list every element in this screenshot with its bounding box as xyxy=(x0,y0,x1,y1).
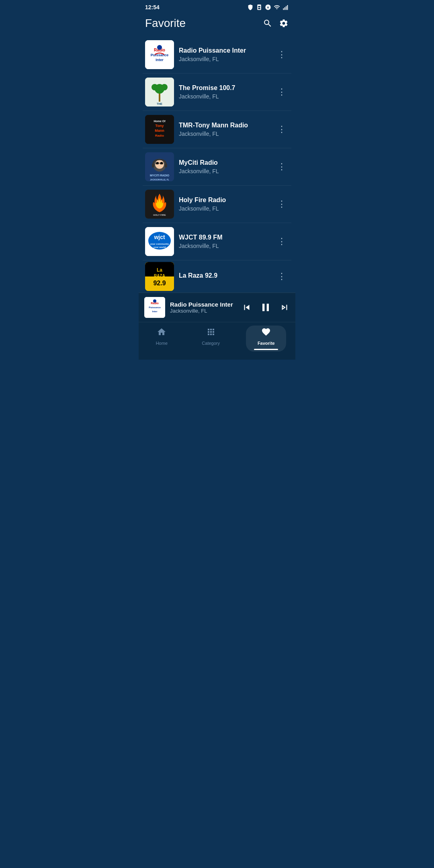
svg-text:92.9: 92.9 xyxy=(153,280,166,287)
radio-logo-laraza: La RAZA 92.9 xyxy=(145,262,174,291)
svg-rect-30 xyxy=(156,162,159,164)
svg-text:Tony: Tony xyxy=(156,124,164,128)
pause-button[interactable] xyxy=(259,301,272,314)
search-button[interactable] xyxy=(262,18,273,29)
svg-text:Inter: Inter xyxy=(152,310,158,313)
svg-rect-15 xyxy=(159,93,160,102)
now-playing-info: Radio Puissance Inter Jacksonville, FL xyxy=(170,301,237,314)
svg-text:wjct: wjct xyxy=(154,234,165,240)
svg-rect-1 xyxy=(258,6,260,7)
now-playing-logo: Radio Puissance Inter xyxy=(144,297,165,318)
nav-active-indicator xyxy=(254,349,278,350)
svg-text:MYCITI RADIO: MYCITI RADIO xyxy=(150,174,170,177)
search-icon xyxy=(263,18,272,28)
radio-info: Radio Puissance Inter Jacksonville, FL xyxy=(174,47,275,62)
more-options-button[interactable]: ⋮ xyxy=(275,235,289,248)
svg-point-13 xyxy=(157,45,162,50)
svg-text:Puissance: Puissance xyxy=(151,53,169,57)
radio-location: Jacksonville, FL xyxy=(179,131,270,137)
svg-rect-31 xyxy=(160,162,163,164)
radio-info: TMR-Tony Mann Radio Jacksonville, FL xyxy=(174,122,275,137)
radio-logo-promise: THE xyxy=(145,78,174,106)
now-playing-location: Jacksonville, FL xyxy=(170,308,237,314)
favorite-icon xyxy=(261,327,271,339)
now-playing-bar: Radio Puissance Inter Radio Puissance In… xyxy=(139,293,295,322)
radio-logo-tmr: Home Of Tony Mann Radio xyxy=(145,115,174,144)
settings-icon xyxy=(279,18,289,28)
svg-rect-2 xyxy=(258,8,260,9)
svg-text:A: A xyxy=(267,6,269,9)
svg-rect-5 xyxy=(283,8,284,10)
more-options-button[interactable]: ⋮ xyxy=(275,48,289,61)
radio-location: Jacksonville, FL xyxy=(179,243,270,249)
list-item[interactable]: HOLY FIRE Holy Fire Radio Jacksonville, … xyxy=(143,186,291,223)
radio-name: Holy Fire Radio xyxy=(179,197,270,204)
page-title: Favorite xyxy=(145,17,186,30)
svg-point-17 xyxy=(151,84,158,90)
nav-home[interactable]: Home xyxy=(148,326,176,352)
radio-info: WJCT 89.9 FM Jacksonville, FL xyxy=(174,234,275,249)
radio-name: La Raza 92.9 xyxy=(179,272,270,279)
radio-location: Jacksonville, FL xyxy=(179,93,270,100)
status-bar: 12:54 A xyxy=(139,0,295,13)
svg-text:Puissance: Puissance xyxy=(149,306,161,309)
wifi-icon xyxy=(274,4,280,10)
radio-location: Jacksonville, FL xyxy=(179,56,270,62)
radio-location: Jacksonville, FL xyxy=(179,205,270,212)
more-options-button[interactable]: ⋮ xyxy=(275,197,289,211)
nav-category[interactable]: Category xyxy=(194,326,228,352)
radio-info: The Promise 100.7 Jacksonville, FL xyxy=(174,84,275,100)
list-item[interactable]: MYCITI RADIO JACKSONVILLE, FL MyCiti Rad… xyxy=(143,148,291,186)
radio-logo-holyfire: HOLY FIRE xyxy=(145,190,174,219)
playback-controls xyxy=(242,301,290,314)
svg-rect-6 xyxy=(285,7,285,10)
accessibility-icon: A xyxy=(265,4,271,10)
list-item[interactable]: THE The Promise 100.7 Jacksonville, FL ⋮ xyxy=(143,74,291,111)
radio-name: The Promise 100.7 xyxy=(179,84,270,92)
radio-info: La Raza 92.9 xyxy=(174,272,275,281)
svg-text:La: La xyxy=(157,267,162,273)
settings-button[interactable] xyxy=(278,18,289,29)
shield-icon xyxy=(247,4,254,10)
status-icons: A xyxy=(247,4,289,10)
signal-icon xyxy=(283,4,289,10)
radio-name: WJCT 89.9 FM xyxy=(179,234,270,241)
svg-rect-7 xyxy=(286,6,287,10)
svg-text:Home Of: Home Of xyxy=(154,120,166,123)
nav-home-label: Home xyxy=(156,341,168,346)
nav-favorite[interactable]: Favorite xyxy=(246,326,286,352)
svg-text:Inter: Inter xyxy=(156,58,164,62)
radio-info: Holy Fire Radio Jacksonville, FL xyxy=(174,197,275,212)
svg-text:Mann: Mann xyxy=(155,129,164,133)
sim-icon xyxy=(256,4,262,10)
svg-point-53 xyxy=(153,299,156,303)
radio-name: MyCiti Radio xyxy=(179,159,270,166)
previous-button[interactable] xyxy=(242,302,252,313)
now-playing-name: Radio Puissance Inter xyxy=(170,301,237,308)
more-options-button[interactable]: ⋮ xyxy=(275,160,289,174)
header: Favorite xyxy=(139,13,295,36)
radio-info: MyCiti Radio Jacksonville, FL xyxy=(174,159,275,174)
radio-list: Radio Puissance Inter Radio Puissance In… xyxy=(139,36,295,293)
radio-name: Radio Puissance Inter xyxy=(179,47,270,54)
more-options-button[interactable]: ⋮ xyxy=(275,85,289,99)
radio-logo-wjct: wjct your community your world xyxy=(145,227,174,256)
radio-logo-rpi: Radio Puissance Inter xyxy=(145,40,174,69)
list-item[interactable]: wjct your community your world WJCT 89.9… xyxy=(143,223,291,260)
header-actions xyxy=(262,18,289,29)
next-button[interactable] xyxy=(279,302,290,313)
list-item[interactable]: Home Of Tony Mann Radio TMR-Tony Mann Ra… xyxy=(143,111,291,148)
category-icon xyxy=(206,327,216,339)
more-options-button[interactable]: ⋮ xyxy=(275,123,289,136)
svg-rect-34 xyxy=(165,164,167,168)
more-options-button[interactable]: ⋮ xyxy=(275,270,289,283)
radio-location: Jacksonville, FL xyxy=(179,168,270,174)
radio-logo-myciti: MYCITI RADIO JACKSONVILLE, FL xyxy=(145,152,174,181)
radio-name: TMR-Tony Mann Radio xyxy=(179,122,270,129)
list-item[interactable]: Radio Puissance Inter Radio Puissance In… xyxy=(143,36,291,74)
svg-rect-33 xyxy=(152,164,154,168)
bottom-navigation: Home Category Favorite xyxy=(139,322,295,360)
list-item[interactable]: La RAZA 92.9 La Raza 92.9 ⋮ xyxy=(143,260,291,293)
svg-text:THE: THE xyxy=(157,102,162,105)
svg-text:Radio: Radio xyxy=(155,134,164,137)
